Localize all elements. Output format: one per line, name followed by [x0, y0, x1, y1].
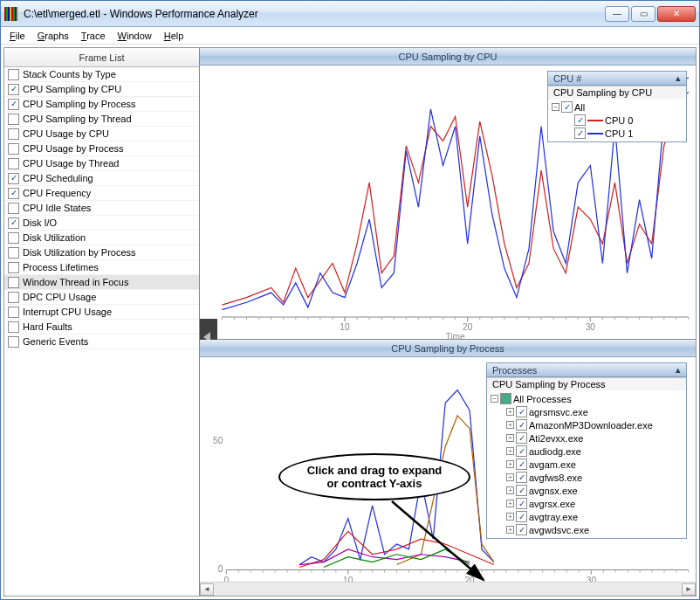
- checkbox[interactable]: [8, 143, 19, 155]
- tree-expander[interactable]: [506, 500, 514, 507]
- frame-list-header[interactable]: Frame List: [4, 48, 199, 67]
- checkbox[interactable]: [8, 247, 19, 259]
- tree-expander[interactable]: [552, 103, 559, 111]
- checkbox[interactable]: [8, 114, 19, 125]
- legend-item-label[interactable]: Ati2evxx.exe: [529, 433, 583, 444]
- frame-list-item[interactable]: Disk Utilization: [4, 231, 199, 245]
- frame-list-item[interactable]: CPU Sampling by Process: [4, 97, 199, 112]
- frame-list-item[interactable]: CPU Usage by CPU: [4, 127, 199, 141]
- checkbox[interactable]: [516, 445, 527, 457]
- checkbox[interactable]: [8, 173, 19, 184]
- frame-list-item[interactable]: CPU Scheduling: [4, 171, 199, 186]
- legend-item-label[interactable]: avgam.exe: [529, 459, 576, 470]
- frame-list-item[interactable]: CPU Sampling by CPU: [4, 82, 199, 97]
- tree-expander[interactable]: [491, 395, 498, 403]
- scroll-track[interactable]: [214, 583, 682, 596]
- chart1-legend[interactable]: CPU #▴ CPU Sampling by CPU AllCPU 0CPU 1: [547, 71, 687, 142]
- frame-list-item[interactable]: CPU Frequency: [4, 186, 199, 201]
- checkbox[interactable]: [8, 321, 19, 333]
- legend-item-label[interactable]: CPU 0: [605, 115, 633, 126]
- legend-item-label[interactable]: AmazonMP3Downloader.exe: [529, 420, 653, 431]
- frame-list-item[interactable]: CPU Sampling by Thread: [4, 112, 199, 127]
- checkbox[interactable]: [8, 262, 19, 273]
- chart2-legend[interactable]: Processes▴ CPU Sampling by Process All P…: [486, 362, 687, 539]
- checkbox[interactable]: [8, 84, 19, 95]
- horizontal-scrollbar[interactable]: ◄ ►: [200, 582, 696, 596]
- legend-item-label[interactable]: avgnsx.exe: [529, 486, 578, 496]
- frame-list[interactable]: Stack Counts by TypeCPU Sampling by CPUC…: [4, 67, 199, 596]
- checkbox[interactable]: [516, 511, 527, 522]
- checkbox[interactable]: [8, 336, 19, 348]
- checkbox[interactable]: [574, 114, 586, 126]
- frame-list-item[interactable]: Stack Counts by Type: [4, 67, 199, 82]
- legend-item-label[interactable]: avgfws8.exe: [529, 472, 582, 483]
- frame-list-label: CPU Sampling by Process: [23, 99, 136, 109]
- maximize-button[interactable]: ▭: [631, 6, 655, 22]
- frame-list-item[interactable]: Disk Utilization by Process: [4, 245, 199, 260]
- tree-expander[interactable]: [506, 526, 514, 534]
- checkbox[interactable]: [8, 277, 19, 288]
- checkbox[interactable]: [516, 406, 527, 417]
- legend-item-label[interactable]: audiodg.exe: [529, 446, 581, 457]
- frame-list-item[interactable]: DPC CPU Usage: [4, 290, 199, 305]
- tree-expander[interactable]: [506, 513, 514, 521]
- frame-list-item[interactable]: Generic Events: [4, 334, 199, 349]
- checkbox[interactable]: [516, 498, 527, 509]
- titlebar[interactable]: C:\etl\merged.etl - Windows Performance …: [1, 1, 699, 27]
- tree-expander[interactable]: [506, 434, 514, 442]
- scroll-right-button[interactable]: ►: [682, 583, 696, 596]
- checkbox[interactable]: [8, 232, 19, 244]
- frame-list-item[interactable]: Interrupt CPU Usage: [4, 305, 199, 320]
- checkbox[interactable]: [516, 432, 527, 444]
- chart1-title[interactable]: CPU Sampling by CPU: [200, 48, 696, 66]
- frame-list-item[interactable]: Window Thread in Focus: [4, 275, 199, 290]
- checkbox[interactable]: [8, 99, 19, 110]
- checkbox[interactable]: [574, 128, 586, 139]
- checkbox[interactable]: [516, 524, 527, 535]
- checkbox[interactable]: [8, 69, 19, 80]
- checkbox[interactable]: [500, 393, 511, 404]
- checkbox[interactable]: [8, 203, 19, 214]
- legend-item-label[interactable]: avgwdsvc.exe: [529, 525, 589, 535]
- collapse-icon[interactable]: ▴: [676, 72, 681, 84]
- tree-expander[interactable]: [506, 447, 514, 455]
- frame-list-item[interactable]: CPU Usage by Thread: [4, 156, 199, 171]
- tree-expander[interactable]: [506, 421, 514, 429]
- checkbox[interactable]: [516, 419, 527, 431]
- tree-expander[interactable]: [506, 473, 514, 481]
- scroll-left-button[interactable]: ◄: [200, 583, 214, 596]
- frame-list-item[interactable]: Process Lifetimes: [4, 260, 199, 275]
- close-button[interactable]: ✕: [657, 6, 696, 22]
- checkbox[interactable]: [561, 101, 573, 113]
- minimize-button[interactable]: —: [605, 6, 629, 22]
- checkbox[interactable]: [8, 292, 19, 303]
- menu-trace[interactable]: Trace: [76, 30, 111, 42]
- tree-expander[interactable]: [506, 486, 514, 494]
- frame-list-item[interactable]: Disk I/O: [4, 216, 199, 231]
- menu-window[interactable]: Window: [113, 30, 157, 42]
- legend-item-label[interactable]: agrsmsvc.exe: [529, 407, 588, 417]
- frame-list-item[interactable]: Hard Faults: [4, 320, 199, 334]
- frame-list-item[interactable]: CPU Idle States: [4, 201, 199, 216]
- chart2-legend-tab[interactable]: CPU Sampling by Process: [487, 377, 686, 390]
- checkbox[interactable]: [516, 459, 527, 470]
- checkbox[interactable]: [516, 472, 527, 483]
- checkbox[interactable]: [8, 307, 19, 318]
- collapse-icon[interactable]: ▴: [676, 364, 681, 376]
- legend-item-label[interactable]: avgrsx.exe: [529, 499, 575, 509]
- checkbox[interactable]: [8, 128, 19, 140]
- menu-graphs[interactable]: Graphs: [32, 30, 74, 42]
- checkbox[interactable]: [8, 188, 19, 199]
- checkbox[interactable]: [8, 217, 19, 229]
- menu-file[interactable]: File: [4, 30, 31, 42]
- checkbox[interactable]: [8, 158, 19, 169]
- legend-item-label[interactable]: avgtray.exe: [529, 512, 578, 522]
- tree-expander[interactable]: [506, 460, 514, 468]
- frame-list-item[interactable]: CPU Usage by Process: [4, 141, 199, 156]
- menu-help[interactable]: Help: [159, 30, 189, 42]
- legend-item-label[interactable]: CPU 1: [605, 128, 633, 139]
- chart1-legend-tab[interactable]: CPU Sampling by CPU: [548, 86, 686, 99]
- checkbox[interactable]: [516, 485, 527, 496]
- tree-expander[interactable]: [506, 408, 514, 416]
- chart2-title[interactable]: CPU Sampling by Process: [200, 340, 696, 357]
